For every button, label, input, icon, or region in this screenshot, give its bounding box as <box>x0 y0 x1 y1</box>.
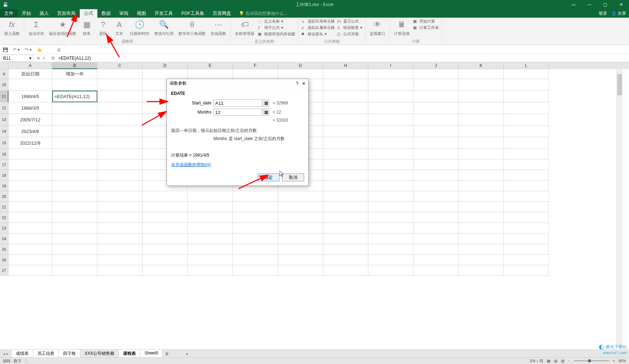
cell-A25[interactable] <box>8 244 52 255</box>
cell-F25[interactable] <box>233 244 278 255</box>
recent-functions-button[interactable]: ★最近使用的函数 <box>47 18 78 37</box>
dialog-titlebar[interactable]: 函数参数 ? ✕ <box>167 79 308 88</box>
cell-A27[interactable] <box>8 265 52 276</box>
cell-L12[interactable] <box>504 102 549 114</box>
cell-B22[interactable] <box>52 212 97 223</box>
cell-K16[interactable] <box>459 149 504 159</box>
cell-I14[interactable] <box>368 126 413 137</box>
cell-A14[interactable]: 2023/4/6 <box>8 126 52 137</box>
row-header-9[interactable]: 9 <box>0 69 8 79</box>
cell-G23[interactable] <box>278 223 323 233</box>
cell-L17[interactable] <box>504 159 549 170</box>
cell-A23[interactable] <box>8 223 52 233</box>
col-header-L[interactable]: L <box>504 62 549 69</box>
cell-L19[interactable] <box>504 181 549 191</box>
tab-home[interactable]: 开始 <box>18 9 35 18</box>
tab-baidu[interactable]: 百度网盘 <box>208 9 235 18</box>
cell-L16[interactable] <box>504 149 549 159</box>
cell-G24[interactable] <box>278 233 323 244</box>
row-header-14[interactable]: 14 <box>0 126 8 137</box>
cell-B24[interactable] <box>52 233 97 244</box>
sheet-tab-1[interactable]: 员工信息 <box>33 349 59 358</box>
cell-A24[interactable] <box>8 233 52 244</box>
cell-L24[interactable] <box>504 233 549 244</box>
cell-H14[interactable] <box>323 126 368 137</box>
cell-E26[interactable] <box>188 255 233 265</box>
cell-H9[interactable] <box>323 69 368 79</box>
cell-E20[interactable] <box>188 191 233 202</box>
cell-F22[interactable] <box>233 212 278 223</box>
row-header-11[interactable]: 11 <box>0 91 8 102</box>
cell-C25[interactable] <box>97 244 143 255</box>
cell-D9[interactable] <box>143 69 188 79</box>
cell-B19[interactable] <box>52 181 97 191</box>
cell-K24[interactable] <box>459 233 504 244</box>
calc-sheet-button[interactable]: ▦计算工作表 <box>412 25 440 31</box>
cell-L21[interactable] <box>504 202 549 212</box>
cell-I23[interactable] <box>368 223 413 233</box>
ime-indicator[interactable]: EN ♪ 简 <box>530 358 543 364</box>
formula-input[interactable]: =EDATE(A11,12) <box>57 56 629 61</box>
cancel-button[interactable]: 取消 <box>282 174 304 181</box>
math-button[interactable]: θ数学和三角函数 <box>176 18 208 37</box>
cell-I27[interactable] <box>368 265 413 276</box>
cell-G25[interactable] <box>278 244 323 255</box>
function-help-link[interactable]: 有关该函数的帮助(H) <box>171 162 211 167</box>
cell-L13[interactable] <box>504 114 549 126</box>
cell-E24[interactable] <box>188 233 233 244</box>
touch-mode-icon[interactable]: 👆 <box>37 47 42 52</box>
cell-J16[interactable] <box>413 149 459 159</box>
cell-H24[interactable] <box>323 233 368 244</box>
cell-J18[interactable] <box>413 170 459 181</box>
minimize-icon[interactable]: — <box>581 0 597 9</box>
autosum-button[interactable]: Σ自动求和 <box>26 18 46 37</box>
cell-C10[interactable] <box>97 79 143 91</box>
cell-G26[interactable] <box>278 255 323 265</box>
cell-I19[interactable] <box>368 181 413 191</box>
cell-F24[interactable] <box>233 233 278 244</box>
cell-K12[interactable] <box>459 102 504 114</box>
select-all-triangle[interactable] <box>0 62 8 69</box>
cell-A13[interactable]: 2005/7/12 <box>8 114 52 126</box>
cell-A9[interactable]: 原始日期 <box>8 69 52 79</box>
cell-B9[interactable]: 增加一年 <box>52 69 97 79</box>
col-header-H[interactable]: H <box>323 62 368 69</box>
cell-C13[interactable] <box>97 114 143 126</box>
help-icon[interactable]: ? <box>296 81 298 86</box>
row-header-20[interactable]: 20 <box>0 191 8 202</box>
view-page-break-icon[interactable]: ▧ <box>561 359 564 363</box>
cell-J25[interactable] <box>413 244 459 255</box>
name-manager-button[interactable]: 🏷名称管理器 <box>233 18 256 37</box>
define-name-button[interactable]: ⬚定义名称 ▾ <box>257 18 296 24</box>
col-header-C[interactable]: C <box>97 62 143 69</box>
cell-L14[interactable] <box>504 126 549 137</box>
cell-G20[interactable] <box>278 191 323 202</box>
sheet-tab-4[interactable]: 课程表 <box>119 349 140 358</box>
cell-K21[interactable] <box>459 202 504 212</box>
cell-I17[interactable] <box>368 159 413 170</box>
cell-I9[interactable] <box>368 69 413 79</box>
col-header-K[interactable]: K <box>459 62 504 69</box>
zoom-slider[interactable] <box>574 360 609 361</box>
create-from-selection-button[interactable]: ▦根据所选内容创建 <box>257 31 296 37</box>
collapse-dialog-icon-1[interactable]: ▦ <box>263 99 269 107</box>
cell-L26[interactable] <box>504 255 549 265</box>
cell-A22[interactable] <box>8 212 52 223</box>
cell-J10[interactable] <box>413 79 459 91</box>
col-header-I[interactable]: I <box>368 62 413 69</box>
vertical-scrollbar[interactable] <box>616 69 623 348</box>
cell-C23[interactable] <box>97 223 143 233</box>
cell-B23[interactable] <box>52 223 97 233</box>
collapse-dialog-icon-2[interactable]: ▦ <box>263 109 269 116</box>
macro-record-icon[interactable]: ⬚ <box>25 359 28 363</box>
col-header-G[interactable]: G <box>278 62 323 69</box>
cell-L27[interactable] <box>504 265 549 276</box>
cell-E27[interactable] <box>188 265 233 276</box>
cell-D23[interactable] <box>143 223 188 233</box>
cell-I20[interactable] <box>368 191 413 202</box>
col-header-J[interactable]: J <box>413 62 459 69</box>
cell-K9[interactable] <box>459 69 504 79</box>
tab-file[interactable]: 文件 <box>0 9 18 18</box>
col-header-E[interactable]: E <box>188 62 233 69</box>
cell-C19[interactable] <box>97 181 143 191</box>
